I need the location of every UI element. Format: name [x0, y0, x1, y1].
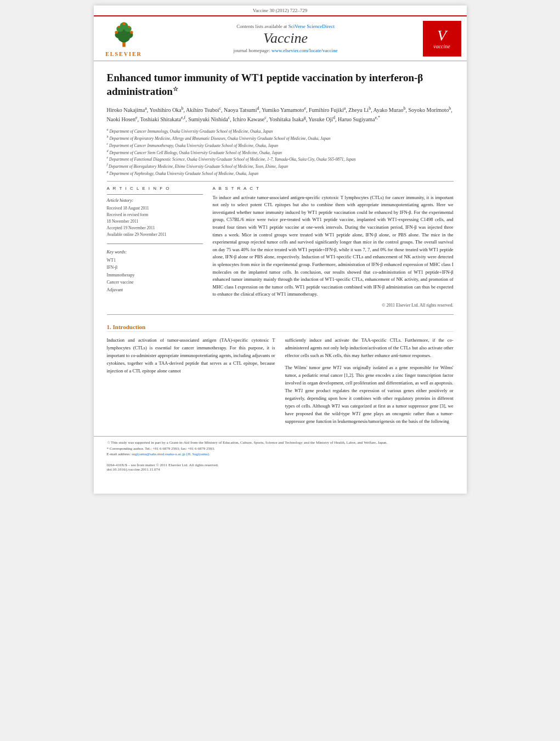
revised-date: 18 November 2011	[107, 218, 203, 225]
intro-right-col: sufficiently induce and activate the TAA…	[285, 336, 454, 429]
affiliation-g: g Department of Nephrology, Osaka Univer…	[107, 169, 454, 177]
article-dates: Received 18 August 2011 Received in revi…	[107, 205, 203, 238]
affiliation-e: e Department of Functional Diagnostic Sc…	[107, 155, 454, 162]
accepted-date: Accepted 19 November 2011	[107, 225, 203, 231]
svg-point-12	[128, 26, 130, 28]
sciverse-link[interactable]: SciVerse ScienceDirect	[289, 24, 335, 29]
article-body: Enhanced tumor immunity of WT1 peptide v…	[94, 61, 467, 308]
article-info-header: A R T I C L E I N F O	[107, 186, 203, 191]
svg-point-9	[130, 31, 133, 34]
svg-point-10	[122, 22, 126, 26]
doi-line: doi:10.1016/j.vaccine.2011.11.074	[107, 467, 454, 472]
intro-left-col: Induction and activation of tumor-associ…	[107, 336, 275, 429]
page: Vaccine 30 (2012) 722–729	[94, 5, 467, 494]
divider-2	[107, 314, 454, 315]
keyword-wt1: WT1	[107, 257, 203, 264]
footnotes: ☆ This study was supported in part by a …	[94, 436, 467, 457]
available-date: Available online 29 November 2011	[107, 231, 203, 238]
two-column-section: A R T I C L E I N F O Article history: R…	[107, 186, 454, 308]
abstract-text: To induce and activate tumor-associated …	[213, 194, 454, 298]
keyword-cancer-vaccine: Cancer vaccine	[107, 279, 203, 286]
footer-bar: 0264-410X/$ – see front matter © 2011 El…	[94, 460, 467, 472]
right-column: A B S T R A C T To induce and activate t…	[213, 186, 454, 308]
copyright: © 2011 Elsevier Ltd. All rights reserved…	[213, 303, 454, 308]
star-footnote: ☆ This study was supported in part by a …	[107, 440, 454, 446]
affiliation-c: c Department of Cancer Immunotherapy, Os…	[107, 142, 454, 149]
elsevier-tree-icon	[108, 20, 140, 50]
divider-1	[107, 181, 454, 182]
svg-point-11	[118, 26, 120, 28]
revised-label: Received in revised form	[107, 212, 203, 218]
vaccine-logo-text: vaccine	[433, 43, 450, 49]
svg-point-8	[115, 31, 118, 34]
keyword-immunotherapy: Immunotherapy	[107, 271, 203, 279]
keywords-label: Key words:	[107, 250, 203, 254]
email-footnote: E-mail address: sugiyama@sahs.med.osaka-…	[107, 451, 454, 457]
journal-header: Vaccine 30 (2012) 722–729	[94, 5, 467, 61]
corresponding-footnote: * Corresponding author. Tel.: +81 6 6879…	[107, 446, 454, 452]
affiliation-a: a Department of Cancer Immunology, Osaka…	[107, 127, 454, 134]
journal-title: Vaccine	[149, 30, 423, 47]
introduction-title: 1. Introduction	[107, 324, 454, 332]
affiliation-b: b Department of Respiratory Medicine, Al…	[107, 134, 454, 142]
intro-two-col: Induction and activation of tumor-associ…	[107, 336, 454, 429]
journal-center: Contents lists available at SciVerse Sci…	[149, 24, 423, 53]
left-column: A R T I C L E I N F O Article history: R…	[107, 186, 203, 308]
keyword-adjuvant: Adjuvant	[107, 286, 203, 294]
introduction-section: 1. Introduction Induction and activation…	[94, 324, 467, 429]
keyword-ifn: IFN-β	[107, 264, 203, 271]
received-date: Received 18 August 2011	[107, 205, 203, 212]
affiliation-d: d Department of Cancer Stem Cell Biology…	[107, 149, 454, 156]
elsevier-logo: ELSEVIER	[99, 20, 149, 57]
authors: Hiroko Nakajimaa, Yoshihiro Okab, Akihir…	[107, 105, 454, 125]
contents-line: Contents lists available at SciVerse Sci…	[149, 24, 423, 29]
history-label: Article history:	[107, 198, 203, 203]
article-title: Enhanced tumor immunity of WT1 peptide v…	[107, 71, 454, 99]
journal-banner: ELSEVIER Contents lists available at Sci…	[94, 15, 467, 61]
keywords-box: Key words: WT1 IFN-β Immunotherapy Cance…	[107, 250, 203, 294]
journal-ref: Vaccine 30 (2012) 722–729	[94, 8, 467, 13]
keywords-list: WT1 IFN-β Immunotherapy Cancer vaccine A…	[107, 257, 203, 294]
vaccine-logo-box: V vaccine	[423, 21, 461, 56]
homepage-line: journal homepage: www.elsevier.com/locat…	[149, 48, 423, 53]
vaccine-v-icon: V	[437, 28, 446, 43]
issn-line: 0264-410X/$ – see front matter © 2011 El…	[107, 463, 454, 467]
email-link[interactable]: sugiyama@sahs.med.osaka-u.ac.jp (H. Sugi…	[132, 452, 210, 456]
affiliation-f: f Department of Bioregulatory Medicine, …	[107, 162, 454, 169]
affiliations: a Department of Cancer Immunology, Osaka…	[107, 127, 454, 176]
elsevier-brand: ELSEVIER	[105, 51, 142, 57]
homepage-link[interactable]: www.elsevier.com/locate/vaccine	[271, 48, 337, 53]
article-info-box: Article history: Received 18 August 2011…	[107, 194, 203, 244]
abstract-header: A B S T R A C T	[213, 186, 454, 191]
